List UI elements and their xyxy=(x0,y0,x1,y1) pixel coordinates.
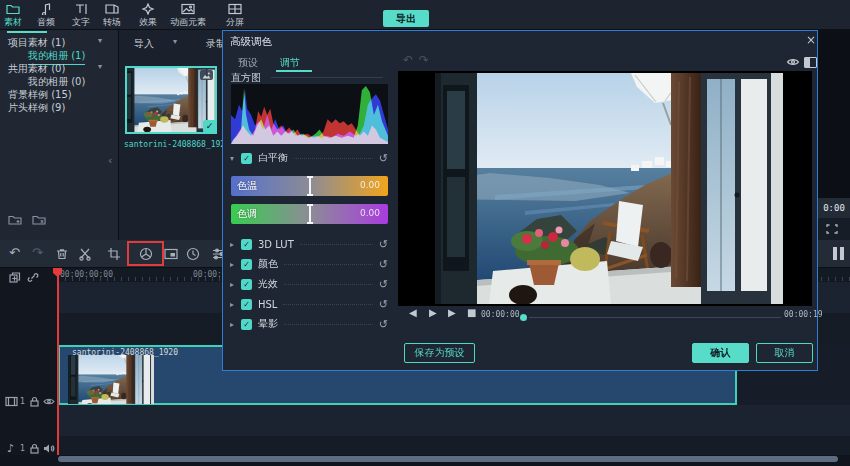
fullscreen-icon[interactable] xyxy=(826,224,838,234)
reset-icon[interactable]: ↺ xyxy=(379,238,388,251)
section-row-light: ▸ ✓ 光效 ↺ xyxy=(230,277,388,291)
slider-handle[interactable] xyxy=(309,204,311,224)
undo-icon[interactable]: ↶ xyxy=(9,244,20,262)
eye-icon[interactable] xyxy=(43,396,55,407)
progress-track[interactable] xyxy=(529,317,781,318)
progress-handle[interactable] xyxy=(520,314,527,321)
clip-in-use-check-badge: ✓ xyxy=(203,120,216,133)
transition-icon xyxy=(105,3,119,15)
ab-compare-icon[interactable] xyxy=(804,57,817,68)
chevron-right-icon[interactable]: ▸ xyxy=(230,300,241,309)
collapse-panel-icon[interactable]: ‹ xyxy=(108,154,112,167)
speaker-icon[interactable] xyxy=(43,443,55,454)
duration-time: 00:00:19 xyxy=(784,310,823,319)
link-icon[interactable] xyxy=(27,272,39,283)
chevron-down-icon[interactable]: ▾ xyxy=(173,37,177,46)
duplicate-icon[interactable] xyxy=(9,272,21,283)
divider xyxy=(271,77,383,78)
sidebar-item-shared-media[interactable]: 共用素材 (0) xyxy=(8,62,65,76)
save-as-preset-button[interactable]: 保存为预设 xyxy=(404,343,475,363)
media-panel: 导入 ▾ 录制 ✓ santorini-2408868_1920 xyxy=(118,30,222,240)
speed-clock-icon[interactable] xyxy=(186,247,200,261)
add-folder-icon[interactable] xyxy=(8,214,22,226)
slider-handle[interactable] xyxy=(309,176,311,196)
music-note-icon xyxy=(39,3,53,15)
audio-track-lane[interactable] xyxy=(0,405,850,436)
light-checkbox[interactable]: ✓ xyxy=(241,279,252,290)
hsl-checkbox[interactable]: ✓ xyxy=(241,299,252,310)
cancel-button[interactable]: 取消 xyxy=(756,343,813,363)
tab-splitscreen[interactable]: 分屏 xyxy=(213,2,257,29)
chevron-down-icon[interactable]: ▾ xyxy=(230,154,241,163)
import-button[interactable]: 导入 xyxy=(134,37,154,51)
dialog-title: 高级调色 xyxy=(230,35,272,49)
chevron-right-icon[interactable]: ▸ xyxy=(230,240,241,249)
sidebar-item-my-album-0[interactable]: 我的相册 (0) xyxy=(28,75,85,89)
lock-icon[interactable] xyxy=(29,443,40,454)
reset-icon[interactable]: ↺ xyxy=(379,298,388,311)
vignette-label: 晕影 xyxy=(258,317,278,331)
sparkle-icon xyxy=(141,3,155,15)
stop-icon[interactable]: ■ xyxy=(467,307,476,318)
undo-icon[interactable]: ↶ xyxy=(403,53,413,67)
reset-icon[interactable]: ↺ xyxy=(379,318,388,331)
delete-icon[interactable] xyxy=(55,247,69,261)
chevron-right-icon[interactable]: ▸ xyxy=(230,280,241,289)
chevron-down-icon[interactable]: ▾ xyxy=(98,36,102,45)
divider xyxy=(284,324,373,325)
compare-eye-icon[interactable] xyxy=(786,56,800,68)
sidebar-item-project-media[interactable]: 项目素材 (1) xyxy=(8,36,65,50)
split-screen-icon xyxy=(228,3,242,15)
close-icon[interactable]: × xyxy=(803,32,819,48)
export-button[interactable]: 导出 xyxy=(383,10,429,27)
sidebar-tab-indicator xyxy=(7,31,47,33)
active-tab-underline xyxy=(276,70,312,72)
timeline-scrollbar[interactable] xyxy=(58,456,838,462)
light-label: 光效 xyxy=(258,277,278,291)
sidebar-item-intro-samples[interactable]: 片头样例 (9) xyxy=(8,101,65,115)
image-type-icon xyxy=(200,70,213,80)
tab-presets[interactable]: 预设 xyxy=(238,56,258,70)
reset-icon[interactable]: ↺ xyxy=(379,258,388,271)
redo-icon[interactable]: ↷ xyxy=(419,53,429,67)
next-frame-icon[interactable]: ▶ xyxy=(448,307,456,318)
vignette-checkbox[interactable]: ✓ xyxy=(241,319,252,330)
play-icon[interactable]: ▶ xyxy=(429,307,437,318)
chevron-right-icon[interactable]: ▸ xyxy=(230,260,241,269)
reset-icon[interactable]: ↺ xyxy=(379,278,388,291)
white-balance-checkbox[interactable]: ✓ xyxy=(241,153,252,164)
previous-frame-icon[interactable]: ◀ xyxy=(409,307,417,318)
preview-timecode: 0:00 xyxy=(818,198,850,218)
histogram xyxy=(231,84,388,144)
split-scissors-icon[interactable] xyxy=(78,247,92,261)
tint-value: 0.00 xyxy=(360,208,380,218)
pip-icon[interactable] xyxy=(164,247,178,261)
white-balance-row: ▾ ✓ 白平衡 ↺ xyxy=(230,151,388,165)
temperature-slider[interactable]: 色温 0.00 xyxy=(231,176,388,196)
track-options-icon[interactable] xyxy=(833,247,844,260)
lock-icon[interactable] xyxy=(29,396,40,407)
chevron-right-icon[interactable]: ▸ xyxy=(230,320,241,329)
empty-track-lane[interactable] xyxy=(0,436,850,455)
hsl-label: HSL xyxy=(258,299,277,310)
annotation-highlight-box xyxy=(127,241,164,266)
sidebar-item-background-samples[interactable]: 背景样例 (15) xyxy=(8,88,72,102)
delete-folder-icon[interactable] xyxy=(32,214,46,226)
tab-elements[interactable]: 动画元素 xyxy=(158,2,218,29)
confirm-button[interactable]: 确认 xyxy=(692,343,749,363)
crop-icon[interactable] xyxy=(107,247,121,261)
3dlut-checkbox[interactable]: ✓ xyxy=(241,239,252,250)
record-button[interactable]: 录制 xyxy=(206,37,222,51)
divider xyxy=(300,244,373,245)
tab-adjust[interactable]: 调节 xyxy=(280,56,300,70)
chevron-down-icon[interactable]: ▾ xyxy=(98,62,102,71)
divider xyxy=(294,158,373,159)
reset-icon[interactable]: ↺ xyxy=(379,152,388,165)
redo-icon[interactable]: ↷ xyxy=(32,244,43,262)
tint-slider[interactable]: 色调 0.00 xyxy=(231,204,388,224)
section-row-color: ▸ ✓ 颜色 ↺ xyxy=(230,257,388,271)
color-checkbox[interactable]: ✓ xyxy=(241,259,252,270)
preview-video-area xyxy=(818,30,850,198)
media-thumbnail-santorini[interactable]: ✓ xyxy=(125,66,217,134)
playhead[interactable] xyxy=(57,268,59,455)
